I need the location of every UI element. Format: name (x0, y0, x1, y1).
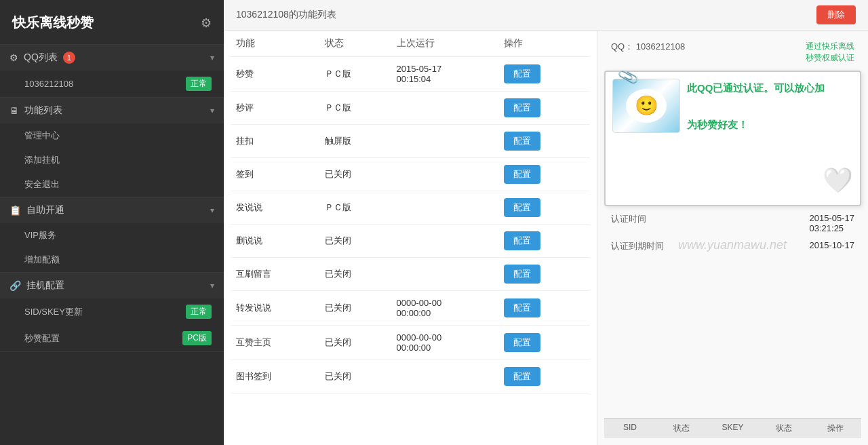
func-action[interactable]: 配置 (498, 291, 590, 326)
sidebar-section-header-self-open[interactable]: 📋 自助开通 ▾ (0, 197, 224, 223)
sidebar-item-mz-config[interactable]: 秒赞配置 PC版 (0, 325, 224, 351)
func-name: 签到 (231, 158, 319, 191)
sidebar-item-add-quota[interactable]: 增加配额 (0, 248, 224, 272)
config-button[interactable]: 配置 (504, 367, 540, 386)
bottom-col-status1: 状态 (656, 421, 707, 436)
auth-link-line2: 秒赞权威认证 (806, 52, 854, 64)
func-last-run: 0000-00-00 00:00:00 (391, 326, 499, 360)
table-row: 秒评ＰＣ版配置 (231, 92, 590, 125)
sidebar: 快乐离线秒赞 ⚙ ⚙ QQ列表 1 ▾ 1036212108 正常 🖥 功能列表… (0, 0, 224, 445)
func-last-run: 0000-00-00 00:00:00 (391, 291, 499, 326)
sidebar-item-sid-skey[interactable]: SID/SKEY更新 正常 (0, 298, 224, 325)
col-header-lastrun: 上次运行 (391, 31, 499, 57)
cert-text-line1: 此QQ已通过认证。可以放心加 (687, 82, 825, 94)
config-button[interactable]: 配置 (504, 165, 540, 184)
func-action[interactable]: 配置 (498, 191, 590, 225)
func-status: 已关闭 (319, 258, 391, 291)
config-button[interactable]: 配置 (504, 64, 540, 83)
qq-info-left: QQ： 1036212108 (611, 41, 685, 64)
func-name: 秒评 (231, 92, 319, 125)
func-status: ＰＣ版 (319, 57, 391, 92)
sidebar-item-manage[interactable]: 管理中心 (0, 123, 224, 148)
cert-text-line3: 为秒赞好友！ (687, 119, 748, 130)
self-open-icon: 📋 (9, 205, 21, 216)
auth-time-label: 认证时间 (611, 213, 646, 233)
func-last-run (391, 258, 499, 291)
content-area: 功能 状态 上次运行 操作 秒赞ＰＣ版2015-05-17 00:15:04配置… (224, 31, 868, 445)
func-action[interactable]: 配置 (498, 360, 590, 393)
sidebar-section-header-hook[interactable]: 🔗 挂机配置 ▾ (0, 273, 224, 298)
func-last-run (391, 360, 499, 393)
sidebar-item-safe-exit[interactable]: 安全退出 (0, 172, 224, 197)
func-action[interactable]: 配置 (498, 225, 590, 258)
config-button[interactable]: 配置 (504, 132, 540, 151)
func-status: 已关闭 (319, 326, 391, 360)
auth-link[interactable]: 通过快乐离线 秒赞权威认证 (806, 41, 854, 64)
qq-number-label: 1036212108 (24, 79, 73, 89)
func-action[interactable]: 配置 (498, 158, 590, 191)
table-row: 签到已关闭配置 (231, 158, 590, 191)
qq-list-chevron: ▾ (210, 53, 214, 62)
config-button[interactable]: 配置 (504, 198, 540, 217)
func-action[interactable]: 配置 (498, 326, 590, 360)
func-status: 已关闭 (319, 360, 391, 393)
config-button[interactable]: 配置 (504, 98, 540, 117)
sidebar-item-vip[interactable]: VIP服务 (0, 223, 224, 248)
func-name: 发说说 (231, 191, 319, 225)
settings-icon[interactable]: ⚙ (201, 16, 212, 31)
qq-number-display: 1036212108 (636, 41, 685, 52)
sidebar-section-header-function[interactable]: 🖥 功能列表 ▾ (0, 98, 224, 123)
func-status: 已关闭 (319, 158, 391, 191)
func-name: 转发说说 (231, 291, 319, 326)
bottom-bar: SID 状态 SKEY 状态 操作 (604, 418, 861, 438)
func-action[interactable]: 配置 (498, 125, 590, 158)
table-row: 发说说ＰＣ版配置 (231, 191, 590, 225)
qq-list-badge: 1 (63, 52, 75, 64)
bottom-col-action: 操作 (810, 421, 861, 436)
config-button[interactable]: 配置 (504, 265, 540, 284)
func-status: ＰＣ版 (319, 191, 391, 225)
col-header-status: 状态 (319, 31, 391, 57)
config-button[interactable]: 配置 (504, 298, 540, 317)
qq-label: QQ： 1036212108 (611, 41, 685, 53)
func-last-run (391, 125, 499, 158)
sidebar-section-function-list: 🖥 功能列表 ▾ 管理中心 添加挂机 安全退出 (0, 98, 224, 197)
qq-status-badge: 正常 (186, 77, 212, 91)
cert-card-inner: 🙂 此QQ已通过认证。可以放心加 为秒赞好友！ (612, 79, 853, 134)
config-button[interactable]: 配置 (504, 333, 540, 352)
func-action[interactable]: 配置 (498, 258, 590, 291)
table-row: 挂扣触屏版配置 (231, 125, 590, 158)
bottom-col-sid: SID (604, 421, 656, 436)
sidebar-header: 快乐离线秒赞 ⚙ (0, 0, 224, 45)
qq-label-text: QQ： (611, 41, 633, 52)
func-name: 删说说 (231, 225, 319, 258)
func-last-run (391, 225, 499, 258)
self-open-chevron: ▾ (210, 206, 214, 215)
func-status: 已关闭 (319, 225, 391, 258)
bottom-col-skey: SKEY (707, 421, 759, 436)
func-last-run (391, 191, 499, 225)
func-last-run (391, 92, 499, 125)
func-last-run (391, 158, 499, 191)
auth-link-line1: 通过快乐离线 (806, 41, 854, 52)
cert-card: 📎 🙂 此QQ已通过认证。可以放心加 为秒赞好友！ 🤍 (604, 71, 861, 206)
func-name: 秒赞 (231, 57, 319, 92)
cert-text-area: 此QQ已通过认证。可以放心加 为秒赞好友！ (687, 79, 853, 134)
expire-value: 2015-10-17 (810, 240, 855, 252)
delete-button[interactable]: 删除 (816, 5, 856, 24)
watermark-area: www.yuanmawu.net (604, 256, 861, 276)
func-status: ＰＣ版 (319, 92, 391, 125)
config-button[interactable]: 配置 (504, 231, 540, 250)
func-action[interactable]: 配置 (498, 92, 590, 125)
cert-main-text: 此QQ已通过认证。可以放心加 为秒赞好友！ (687, 79, 853, 134)
self-open-label: 自助开通 (26, 204, 64, 216)
func-status: 已关闭 (319, 291, 391, 326)
sidebar-item-add-hook[interactable]: 添加挂机 (0, 148, 224, 172)
heart-decoration: 🤍 (823, 166, 853, 195)
sidebar-item-qq-1036212108[interactable]: 1036212108 正常 (0, 71, 224, 97)
func-name: 挂扣 (231, 125, 319, 158)
func-action[interactable]: 配置 (498, 57, 590, 92)
auth-time-row: 认证时间 2015-05-1703:21:25 (604, 210, 861, 237)
sidebar-section-header-qq[interactable]: ⚙ QQ列表 1 ▾ (0, 45, 224, 71)
hook-config-icon: 🔗 (9, 280, 21, 291)
